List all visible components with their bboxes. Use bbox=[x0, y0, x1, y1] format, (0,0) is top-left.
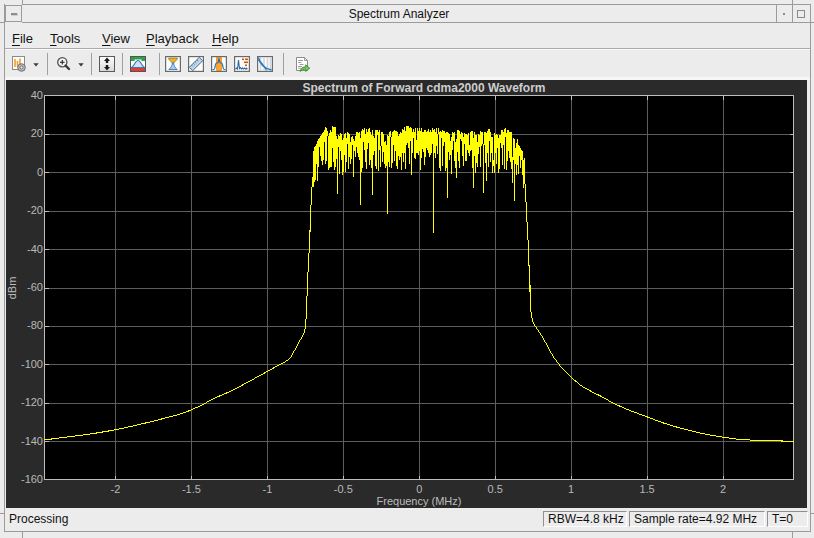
svg-text:-100: -100 bbox=[21, 358, 43, 370]
svg-text:-1: -1 bbox=[263, 483, 273, 495]
svg-text:-2: -2 bbox=[111, 483, 121, 495]
svg-text:20: 20 bbox=[31, 127, 43, 139]
svg-text:-160: -160 bbox=[21, 473, 43, 485]
svg-text:0: 0 bbox=[416, 483, 422, 495]
svg-text:dBm: dBm bbox=[6, 277, 18, 300]
svg-text:0: 0 bbox=[37, 166, 43, 178]
svg-text:-80: -80 bbox=[27, 319, 43, 331]
svg-text:Spectrum of Forward cdma2000 W: Spectrum of Forward cdma2000 Waveform bbox=[303, 81, 546, 95]
svg-text:1.5: 1.5 bbox=[639, 483, 654, 495]
svg-text:-40: -40 bbox=[27, 243, 43, 255]
svg-text:40: 40 bbox=[31, 89, 43, 101]
svg-text:2: 2 bbox=[720, 483, 726, 495]
svg-text:1: 1 bbox=[568, 483, 574, 495]
svg-text:-120: -120 bbox=[21, 396, 43, 408]
svg-text:Frequency (MHz): Frequency (MHz) bbox=[377, 495, 462, 507]
svg-text:-0.5: -0.5 bbox=[334, 483, 353, 495]
svg-text:0.5: 0.5 bbox=[488, 483, 503, 495]
svg-text:-1.5: -1.5 bbox=[182, 483, 201, 495]
svg-text:-20: -20 bbox=[27, 204, 43, 216]
svg-text:-60: -60 bbox=[27, 281, 43, 293]
svg-text:-140: -140 bbox=[21, 435, 43, 447]
